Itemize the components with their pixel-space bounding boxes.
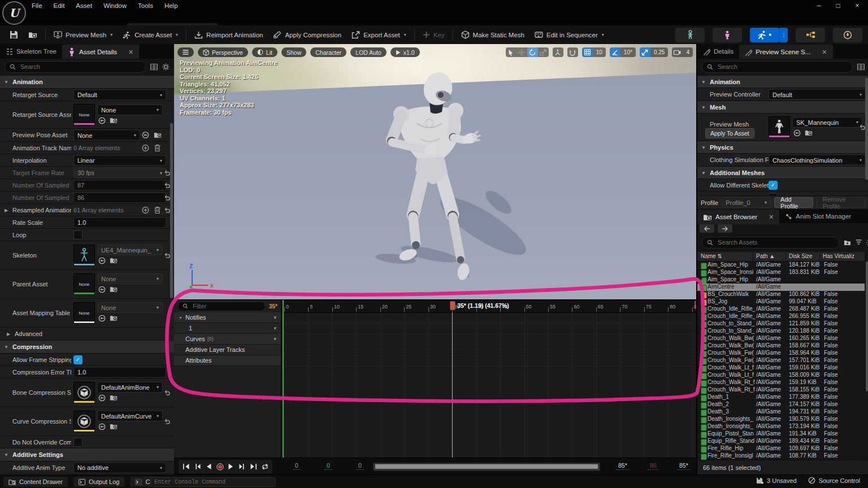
gizmo-button[interactable] xyxy=(553,47,563,57)
angle-snap-value[interactable]: 10° xyxy=(620,47,636,57)
tab-anim-slot-manager[interactable]: Anim Slot Manager xyxy=(779,209,857,224)
trash-icon[interactable] xyxy=(154,144,160,151)
dropdown-interpolation[interactable]: Linear▾ xyxy=(73,155,166,165)
dropdown-preview-controller[interactable]: Default▾ xyxy=(769,89,866,100)
asset-dropdown[interactable]: SK_Mannequin▾ xyxy=(792,117,862,128)
vp-x1-0-button[interactable]: x1.0 xyxy=(390,47,420,57)
asset-row-aim-space-hip[interactable]: Aim_Space_Hip/All/Game xyxy=(697,276,865,284)
source-control-status[interactable]: Source Control xyxy=(808,477,860,484)
left-scrollbar[interactable] xyxy=(170,123,173,298)
asset-row-equip-rifle-stand[interactable]: Equip_Rifle_Stand/All/Game189.434 KiBFal… xyxy=(697,438,865,445)
menu-asset[interactable]: Asset xyxy=(70,1,98,11)
save-button[interactable] xyxy=(5,28,23,42)
use-icon[interactable] xyxy=(98,257,106,264)
asset-row-death-ironsights-[interactable]: Death_Ironsights_/All/Game190.579 KiBFal… xyxy=(697,416,865,423)
menu-file[interactable]: File xyxy=(26,1,48,11)
property-row-physics[interactable]: ▼Physics xyxy=(697,141,868,154)
checkbox-do-not-override-comp-[interactable] xyxy=(73,438,83,447)
collapse-arrow-icon[interactable]: ▼ xyxy=(701,170,706,175)
collapse-arrow-icon[interactable]: ▼ xyxy=(701,79,706,84)
output-log-button[interactable]: Output Log xyxy=(73,477,124,487)
asset-dropdown[interactable]: None▾ xyxy=(97,302,163,313)
close-icon[interactable]: ✕ xyxy=(822,49,827,56)
maximize-button[interactable]: □ xyxy=(831,1,845,11)
back-button[interactable] xyxy=(700,224,714,233)
unsaved-status[interactable]: ★ 3 Unsaved xyxy=(756,477,797,484)
preview-mesh-button[interactable]: Preview Mesh▾ xyxy=(49,28,118,42)
use-icon[interactable] xyxy=(98,286,106,293)
vp-lit-button[interactable]: Lit xyxy=(252,47,277,57)
asset-thumbnail[interactable]: None xyxy=(73,273,95,295)
add-profile-button[interactable]: Add Profile xyxy=(774,197,813,208)
mode-menu-button[interactable]: ⋮ xyxy=(779,28,788,42)
asset-thumbnail[interactable]: None xyxy=(73,302,95,324)
checkbox-loop[interactable] xyxy=(73,230,83,239)
dropdown-target-frame-rate[interactable]: 30 fps▾ xyxy=(73,167,166,178)
browse2-icon[interactable] xyxy=(154,132,162,138)
asset-thumbnail[interactable] xyxy=(73,382,95,403)
forward-button[interactable] xyxy=(718,224,732,233)
dropdown-additive-anim-type[interactable]: No additive▾ xyxy=(73,462,166,473)
close-icon[interactable]: ✕ xyxy=(769,213,774,221)
asset-row-crouch-idle-rifle-[interactable]: Crouch_Idle_Rifle_/All/Game268.487 KiBFa… xyxy=(697,306,865,313)
to-end-button[interactable] xyxy=(249,461,259,472)
asset-row-bs-jog[interactable]: BS_Jog/All/Game99.047 KiBFalse xyxy=(697,298,865,306)
tab-asset-details[interactable]: Asset Details✕ xyxy=(62,45,139,59)
add-icon[interactable] xyxy=(142,144,149,151)
chevron-down-icon[interactable]: ▾ xyxy=(274,325,276,331)
create-asset-button[interactable]: Create Asset▾ xyxy=(118,28,183,42)
asset-row-aim-space-hip[interactable]: Aim_Space_Hip/All/Game184.127 KiBFalse xyxy=(697,262,865,269)
camera-value[interactable]: 4 xyxy=(683,47,693,57)
property-row-additional-meshes[interactable]: ▼Additional Meshes xyxy=(697,167,868,179)
select-tool-button[interactable] xyxy=(506,47,517,57)
timeline-filter-input[interactable] xyxy=(177,302,266,311)
collapse-arrow-icon[interactable]: ▼ xyxy=(701,145,706,150)
grid-view-icon[interactable] xyxy=(857,64,865,70)
speed-button[interactable] xyxy=(640,47,650,57)
profile-dropdown[interactable]: Profile_0▾ xyxy=(722,197,771,208)
right-scrollbar[interactable] xyxy=(865,78,868,180)
dropdown-clothing-simulation-fact[interactable]: ChaosClothingSimulation▾ xyxy=(769,155,866,165)
animation-mode-button[interactable]: ★ xyxy=(750,28,779,42)
browse2-icon[interactable] xyxy=(805,129,813,136)
text-field-number-of-sampled-k-[interactable]: 87 xyxy=(73,180,166,190)
physics-mode-button[interactable] xyxy=(833,28,862,42)
asset-row-crouch-idle-rifle-[interactable]: Crouch_Idle_Rifle_/All/Game266.955 KiBFa… xyxy=(697,313,865,320)
asset-row-death-3[interactable]: Death_3/All/Game194.731 KiBFalse xyxy=(697,408,865,416)
angle-snap-button[interactable] xyxy=(610,47,620,57)
use-icon[interactable] xyxy=(98,117,106,124)
vp-perspective-button[interactable]: Perspective xyxy=(198,47,248,57)
speed-value[interactable]: 0.25 xyxy=(650,47,668,57)
make-static-mesh-button[interactable]: Make Static Mesh xyxy=(456,28,530,42)
skeleton-mode-button[interactable] xyxy=(675,28,705,42)
camera-button[interactable] xyxy=(672,47,683,57)
asset-row-bs-crouchwalk[interactable]: BS_CrouchWalk/All/Game100.862 KiBFalse xyxy=(697,291,865,298)
save-search-icon[interactable] xyxy=(844,239,851,246)
asset-search-input[interactable] xyxy=(702,237,839,249)
property-row-compression[interactable]: ▼Compression xyxy=(0,341,174,354)
grid-snap-value[interactable]: 10 xyxy=(593,47,606,57)
menu-help[interactable]: Help xyxy=(159,1,184,11)
asset-row-fire-rifle-ironsigl[interactable]: Fire_Rifle_Ironsigl/All/Game108.77 KiBFa… xyxy=(697,452,865,460)
snapact-button[interactable] xyxy=(567,47,578,57)
asset-dropdown[interactable]: DefaultAnimBone▾ xyxy=(97,382,163,393)
menu-edit[interactable]: Edit xyxy=(48,1,71,11)
scale-tool-button[interactable] xyxy=(538,47,549,57)
apply-to-asset-button[interactable]: Apply To Asset xyxy=(705,128,754,138)
text-field-rate-scale[interactable]: 1.0 xyxy=(73,217,166,228)
unreal-logo-icon[interactable]: U xyxy=(2,1,26,25)
close-button[interactable]: × xyxy=(850,1,865,11)
tab-preview-scene-s-[interactable]: Preview Scene S...✕ xyxy=(739,45,832,59)
property-row-additive-settings[interactable]: ▼Additive Settings xyxy=(0,448,174,461)
move-tool-button[interactable] xyxy=(517,47,527,57)
asset-table-header[interactable]: Name ⇅Path ▲Disk SizeHas Virtualiz xyxy=(697,252,865,262)
key-button[interactable]: Key xyxy=(418,28,450,42)
track-curves[interactable]: Curves (0)▾ xyxy=(174,334,281,345)
vp-menu-button[interactable] xyxy=(177,47,194,57)
asset-row-crouch-to-stand-[interactable]: Crouch_to_Stand_/All/Game121.859 KiBFals… xyxy=(697,320,865,328)
playhead-marker[interactable] xyxy=(450,301,455,310)
step-back-button[interactable] xyxy=(192,461,202,472)
browse2-icon[interactable] xyxy=(110,117,118,124)
export-asset-button[interactable]: Export Asset▾ xyxy=(346,28,411,42)
column-header-disk-size[interactable]: Disk Size xyxy=(789,253,813,259)
